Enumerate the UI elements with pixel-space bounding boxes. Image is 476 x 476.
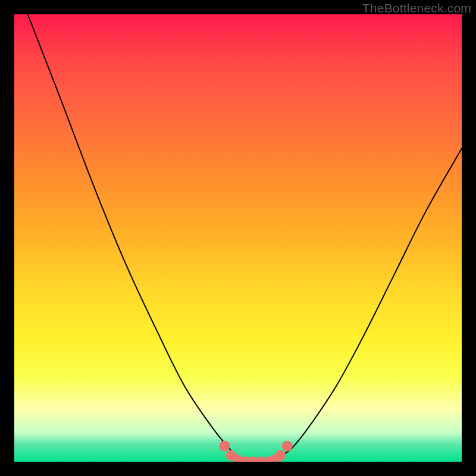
- chart-plot-area: [14, 14, 462, 462]
- dot: [275, 450, 286, 461]
- chart-svg: [14, 14, 462, 462]
- dot: [282, 441, 293, 452]
- right-curve-path: [261, 149, 462, 462]
- bottom-dots-group: [219, 441, 292, 462]
- watermark-text: TheBottleneck.com: [362, 1, 471, 15]
- dot: [219, 441, 230, 452]
- left-curve-path: [28, 14, 261, 462]
